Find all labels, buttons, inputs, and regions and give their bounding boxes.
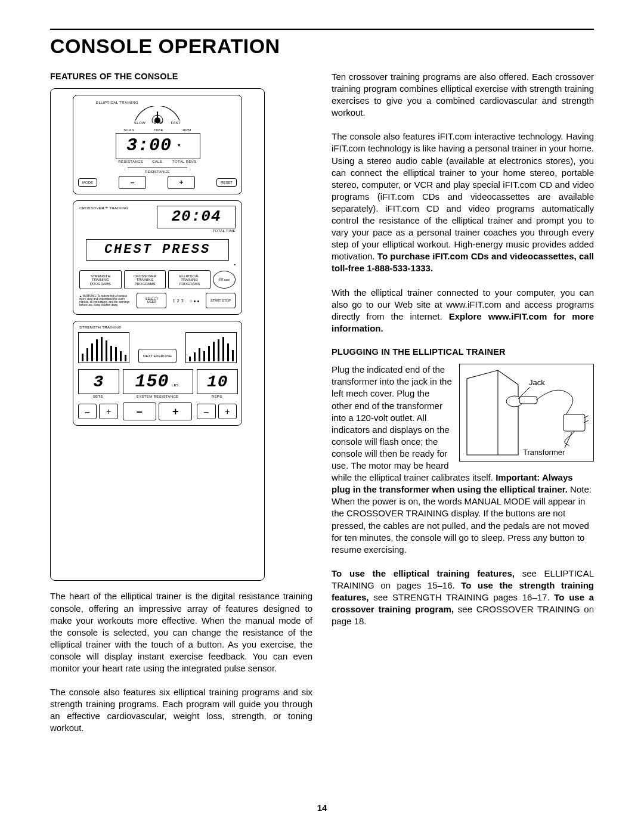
reset-button[interactable]: RESET bbox=[216, 178, 237, 187]
right-para-3: With the elliptical trainer connected to… bbox=[332, 287, 594, 335]
workout-profile-icon-2 bbox=[185, 332, 237, 363]
svg-rect-6 bbox=[519, 397, 537, 404]
elliptical-programs-button[interactable]: ELLIPTICAL TRAINING PROGRAMS bbox=[168, 270, 210, 289]
crossover-label: CROSSOVER™ TRAINING bbox=[79, 206, 133, 210]
jack-label: Jack bbox=[529, 377, 545, 388]
elliptical-panel: ELLIPTICAL TRAINING SLOW RPM FAST bbox=[73, 95, 242, 194]
sysres-plus-button[interactable]: + bbox=[159, 402, 192, 420]
page-number: 14 bbox=[0, 803, 644, 813]
svg-rect-7 bbox=[564, 414, 585, 431]
strength-panel: STRENGTH TRAINING NEXT EXERCISE bbox=[73, 321, 242, 426]
console-diagram: ELLIPTICAL TRAINING SLOW RPM FAST bbox=[50, 88, 265, 581]
left-column: FEATURES OF THE CONSOLE ELLIPTICAL TRAIN… bbox=[50, 71, 312, 746]
features-subhead: FEATURES OF THE CONSOLE bbox=[50, 71, 312, 82]
next-exercise-button[interactable]: NEXT EXERCISE bbox=[138, 349, 177, 363]
right-para-2: The console also features iFIT.com inter… bbox=[332, 131, 594, 274]
reps-display: 10 bbox=[207, 371, 228, 394]
workout-profile-icon bbox=[78, 332, 129, 363]
ifit-button[interactable]: iFIT.com bbox=[213, 271, 236, 289]
resistance-label: RESISTANCE bbox=[128, 168, 187, 174]
start-stop-button[interactable]: START STOP bbox=[206, 293, 236, 308]
crossover-panel: CROSSOVER™ TRAINING 20:04 TOTAL TIME CHE… bbox=[73, 200, 242, 315]
right-column: Ten crossover training programs are also… bbox=[332, 71, 594, 746]
right-para-4: Jack Transformer Plug the indicated end … bbox=[332, 364, 594, 556]
plugging-subhead: PLUGGING IN THE ELLIPTICAL TRAINER bbox=[332, 346, 594, 358]
left-para-1: The heart of the elliptical trainer is t… bbox=[50, 590, 312, 674]
transformer-diagram-icon bbox=[463, 368, 590, 457]
mode-button[interactable]: MODE bbox=[78, 178, 97, 187]
right-para-1: Ten crossover training programs are also… bbox=[332, 71, 594, 119]
transformer-label: Transformer bbox=[523, 447, 565, 457]
sysres-display: 150 bbox=[135, 370, 169, 394]
crossover-display: 20:04 bbox=[171, 206, 221, 227]
rpm-fast: FAST bbox=[171, 120, 181, 125]
left-para-2: The console also features six elliptical… bbox=[50, 686, 312, 734]
page-title: CONSOLE OPERATION bbox=[50, 35, 594, 58]
strength-label: STRENGTH TRAINING bbox=[79, 325, 121, 330]
rpm-label: RPM bbox=[154, 120, 163, 125]
crossover-programs-button[interactable]: CROSSOVER TRAINING PROGRAMS bbox=[124, 270, 166, 289]
right-para-5: To use the elliptical training features,… bbox=[332, 568, 594, 627]
resistance-plus-button[interactable]: + bbox=[168, 176, 195, 189]
heart-icon: ♥ bbox=[178, 143, 181, 149]
reps-minus-button[interactable]: – bbox=[197, 404, 215, 419]
elliptical-display: 3:00 bbox=[126, 134, 172, 157]
chest-press-display: CHEST PRESS bbox=[104, 241, 210, 258]
resistance-minus-button[interactable]: – bbox=[119, 176, 146, 189]
warning-text: WARNING: To reduce risk of serious injur… bbox=[79, 295, 129, 306]
rpm-slow: SLOW bbox=[134, 120, 145, 125]
sysres-minus-button[interactable]: – bbox=[123, 402, 156, 420]
dot-icon: • bbox=[234, 262, 236, 267]
elliptical-label: ELLIPTICAL TRAINING bbox=[96, 100, 138, 105]
total-time-label: TOTAL TIME bbox=[157, 228, 236, 233]
sets-minus-button[interactable]: – bbox=[78, 404, 97, 419]
columns: FEATURES OF THE CONSOLE ELLIPTICAL TRAIN… bbox=[50, 71, 594, 746]
top-rule bbox=[50, 29, 594, 30]
sets-plus-button[interactable]: + bbox=[99, 404, 117, 419]
sets-display: 3 bbox=[93, 371, 104, 394]
page: CONSOLE OPERATION FEATURES OF THE CONSOL… bbox=[0, 0, 644, 833]
strength-programs-button[interactable]: STRENGTH TRAINING PROGRAMS bbox=[79, 270, 122, 289]
indicator-dots: ○ ● ● bbox=[190, 298, 200, 304]
svg-marker-3 bbox=[467, 370, 518, 455]
select-user-button[interactable]: SELECT USER bbox=[137, 293, 166, 308]
jack-figure: Jack Transformer bbox=[459, 364, 594, 462]
reps-plus-button[interactable]: + bbox=[218, 404, 237, 419]
